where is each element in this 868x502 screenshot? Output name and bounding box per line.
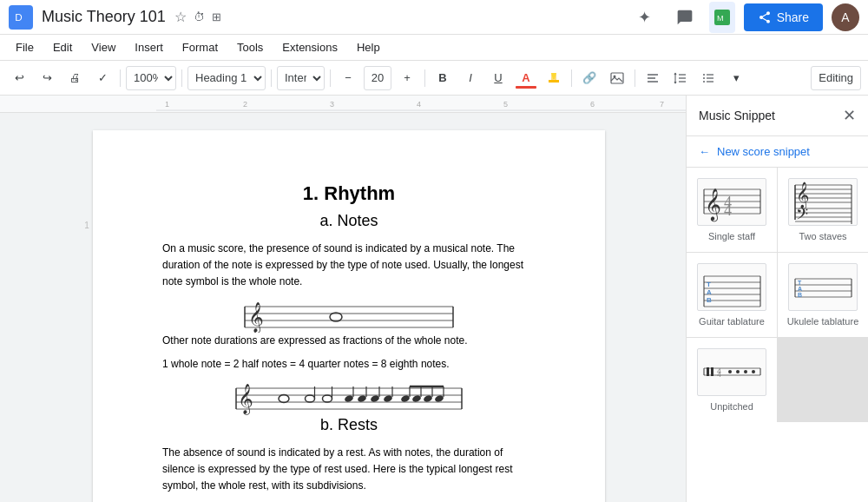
- svg-text:3: 3: [330, 100, 334, 109]
- snippet-two-staves[interactable]: 𝄞 𝄢 Two staves: [778, 168, 868, 252]
- underline-button[interactable]: U: [486, 66, 510, 90]
- highlight-button[interactable]: [542, 66, 566, 90]
- share-label: Share: [777, 10, 809, 24]
- sep4: [330, 69, 331, 87]
- meet-button[interactable]: M: [709, 2, 735, 33]
- music-snippet-panel: Music Snippet ✕ ← New score snippet: [686, 96, 868, 502]
- main-area: 1 2 3 4 5 6 7 1 1. Rhythm a. Notes On a …: [0, 96, 868, 502]
- svg-rect-5: [611, 73, 623, 83]
- print-button[interactable]: 🖨: [62, 66, 87, 90]
- redo-button[interactable]: ↪: [35, 66, 59, 90]
- back-arrow-icon: ←: [699, 145, 710, 158]
- svg-text:7: 7: [660, 100, 664, 109]
- snippet-single-staff-preview: 𝄞 4 4: [697, 178, 766, 226]
- snippet-guitar-tab-label: Guitar tablature: [699, 316, 765, 327]
- menu-help[interactable]: Help: [348, 37, 389, 57]
- editing-mode-button[interactable]: Editing: [811, 66, 861, 90]
- svg-text:𝄞: 𝄞: [248, 302, 264, 333]
- svg-text:T: T: [798, 280, 802, 286]
- page-num-1: 1: [84, 217, 89, 234]
- svg-text:𝄢: 𝄢: [796, 205, 808, 224]
- font-size-display: 20: [364, 66, 391, 90]
- image-button[interactable]: [605, 66, 629, 90]
- svg-text:𝄞: 𝄞: [705, 188, 721, 222]
- app-icon: D: [9, 5, 33, 30]
- snippet-single-staff-label: Single staff: [708, 231, 755, 241]
- spellcheck-button[interactable]: ✓: [90, 66, 115, 90]
- star-icon[interactable]: ☆: [174, 9, 187, 25]
- page-wrap: 1 1. Rhythm a. Notes On a music score, t…: [0, 113, 686, 502]
- section1b-para1: The absence of sound is indicated by a r…: [162, 445, 536, 495]
- link-button[interactable]: 🔗: [577, 66, 602, 90]
- font-size-minus-button[interactable]: −: [336, 66, 360, 90]
- svg-point-51: [370, 394, 380, 403]
- bold-button[interactable]: B: [431, 66, 455, 90]
- sep6: [571, 69, 572, 87]
- section1a-heading: a. Notes: [162, 212, 536, 230]
- line-spacing-button[interactable]: [668, 66, 693, 90]
- undo-button[interactable]: ↩: [7, 66, 31, 90]
- comment-button[interactable]: [669, 2, 700, 33]
- menu-file[interactable]: File: [7, 37, 43, 57]
- svg-text:M: M: [717, 13, 724, 22]
- move-icon[interactable]: ⊞: [212, 10, 221, 23]
- align-button[interactable]: [641, 66, 665, 90]
- toolbar: ↩ ↪ 🖨 ✓ 100% Heading 1 Inter − 20 + B I …: [0, 61, 868, 96]
- svg-point-45: [323, 395, 332, 402]
- section1a-para3: 1 whole note = 2 half notes = 4 quarter …: [162, 356, 536, 373]
- svg-point-18: [703, 81, 705, 83]
- ruler-svg: 1 2 3 4 5 6 7: [156, 96, 686, 112]
- svg-text:𝄞: 𝄞: [238, 384, 253, 415]
- panel-back-button[interactable]: ← New score snippet: [687, 136, 868, 167]
- svg-point-136: [744, 370, 747, 373]
- svg-text:6: 6: [590, 100, 595, 109]
- menu-insert[interactable]: Insert: [126, 37, 172, 57]
- notation-whole-note: 𝄞: [162, 298, 536, 333]
- doc-area[interactable]: 1 2 3 4 5 6 7 1 1. Rhythm a. Notes On a …: [0, 96, 686, 502]
- panel-title: Music Snippet: [699, 109, 775, 122]
- menu-extensions[interactable]: Extensions: [273, 37, 346, 57]
- title-icons: ☆ ⏱ ⊞: [174, 9, 221, 25]
- snippet-unpitched-label: Unpitched: [710, 401, 753, 412]
- snippet-ukulele-tab[interactable]: T A B Ukulele tablature: [778, 253, 868, 337]
- svg-point-49: [357, 394, 367, 403]
- doc-title: Music Theory 101: [42, 8, 166, 26]
- snippet-ukulele-tab-label: Ukulele tablature: [787, 316, 859, 327]
- menu-view[interactable]: View: [82, 37, 124, 57]
- share-button[interactable]: Share: [744, 3, 823, 31]
- document-page[interactable]: 1. Rhythm a. Notes On a music score, the…: [93, 130, 605, 502]
- menu-format[interactable]: Format: [174, 37, 227, 57]
- color-button[interactable]: A: [514, 66, 538, 90]
- sep1: [120, 69, 121, 87]
- section1-heading: 1. Rhythm: [162, 182, 536, 205]
- section1b-heading: b. Rests: [162, 416, 536, 434]
- ruler: 1 2 3 4 5 6 7: [0, 96, 686, 113]
- history-icon[interactable]: ⏱: [194, 10, 205, 23]
- snippet-single-staff[interactable]: 𝄞 4 4 Single staff: [687, 168, 777, 252]
- snippet-guitar-tab-preview: T A B: [697, 263, 766, 311]
- svg-rect-131: [711, 367, 713, 376]
- zoom-select[interactable]: 100%: [126, 66, 176, 90]
- snippet-unpitched[interactable]: 4 4 Unpitched: [687, 338, 777, 422]
- snippet-guitar-tab[interactable]: T A B Guitar tablature: [687, 253, 777, 337]
- list-button[interactable]: [696, 66, 720, 90]
- font-size-plus-button[interactable]: +: [395, 66, 419, 90]
- sep7: [635, 69, 635, 87]
- heading-select[interactable]: Heading 1: [187, 66, 266, 90]
- menu-edit[interactable]: Edit: [44, 37, 81, 57]
- svg-text:4: 4: [724, 201, 732, 219]
- svg-point-47: [344, 394, 354, 403]
- header-right: ✦ M Share A: [629, 2, 859, 33]
- menu-tools[interactable]: Tools: [228, 37, 272, 57]
- italic-button[interactable]: I: [458, 66, 483, 90]
- font-select[interactable]: Inter: [277, 66, 325, 90]
- svg-rect-4: [549, 80, 559, 83]
- title-bar: D Music Theory 101 ☆ ⏱ ⊞ ✦ M Share A: [0, 0, 868, 35]
- sep5: [424, 69, 425, 87]
- svg-text:B: B: [798, 292, 802, 298]
- panel-close-button[interactable]: ✕: [843, 106, 856, 125]
- ai-button[interactable]: ✦: [629, 2, 661, 33]
- svg-text:4: 4: [417, 100, 421, 109]
- more-toolbar-button[interactable]: ▾: [724, 66, 748, 90]
- avatar[interactable]: A: [832, 3, 859, 31]
